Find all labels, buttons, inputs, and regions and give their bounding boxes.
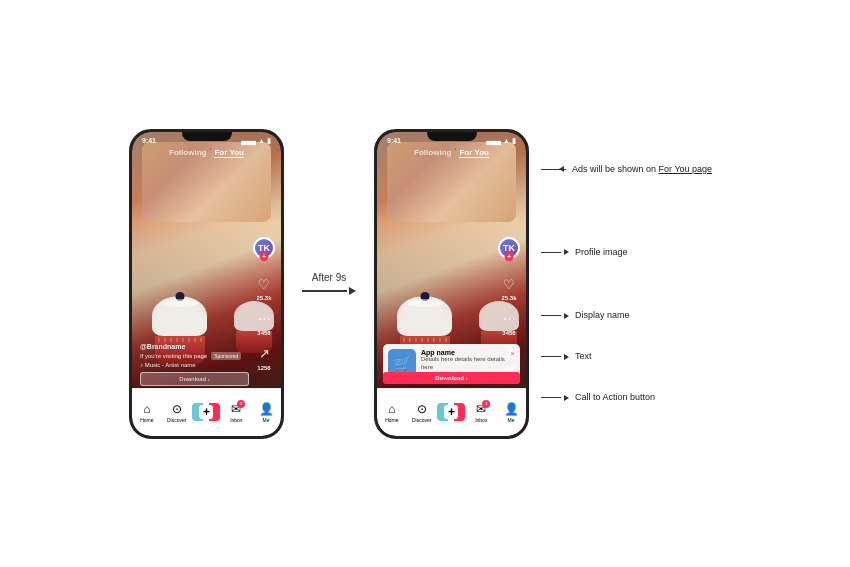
status-icons-left: ▄▄▄ ▲ ▮ (241, 137, 271, 145)
nav-discover-left[interactable]: ⊙ Discover (162, 402, 192, 423)
like-count-right: 25.3k (499, 295, 519, 301)
discover-icon-left: ⊙ (172, 402, 182, 416)
battery-icon-left: ▮ (267, 137, 271, 145)
comment-count-right: 3456 (502, 330, 515, 336)
like-count-left: 25.3k (254, 295, 274, 301)
like-icon-left[interactable]: ♡ (254, 275, 274, 295)
cupcake-frosting (152, 296, 207, 336)
annotation-text-text: Text (575, 351, 592, 363)
cta-area-right: Download › (383, 368, 520, 384)
share-count-left: 1256 (257, 365, 270, 371)
home-icon-right: ⌂ (388, 402, 395, 416)
caption-text-left: If you're visiting this page (140, 353, 207, 359)
arrow-line (302, 287, 356, 295)
comment-icon-right[interactable]: ⋯ (499, 309, 519, 329)
caption-line-left: If you're visiting this page Sponsored (140, 352, 249, 360)
profile-btn-left[interactable]: TK + (253, 237, 275, 259)
bottom-nav-left: ⌂ Home ⊙ Discover ✉2 Inbox 👤 Me (132, 388, 281, 436)
annotation-profile-image: Profile image (541, 247, 721, 259)
notch-right (427, 132, 477, 141)
action-buttons-left: TK + ♡ 25.3k ⋯ 3456 ↗ 1256 (253, 237, 275, 371)
annotation-ads-placement: Ads will be shown on For You page (541, 164, 721, 176)
arrow-head (349, 287, 356, 295)
nav-discover-right[interactable]: ⊙ Discover (407, 402, 437, 423)
inbox-badge-left: 2 (237, 400, 245, 408)
berry-left (175, 292, 184, 301)
ann-arrowhead-2 (564, 249, 569, 255)
nav-me-left[interactable]: 👤 Me (251, 402, 281, 423)
nav-home-left[interactable]: ⌂ Home (132, 402, 162, 423)
brand-name-left: @Brandname (140, 343, 249, 350)
share-icon-left[interactable]: ↗ (254, 344, 274, 364)
annotation-text-ads: Ads will be shown on For You page (572, 164, 712, 176)
wifi-icon-left: ▲ (258, 137, 265, 144)
notch-left (182, 132, 232, 141)
signal-icon-right: ▄▄▄ (486, 137, 501, 144)
status-time-right: 9:41 (387, 137, 401, 144)
berry-right (420, 292, 429, 301)
ann-arrowhead-5 (564, 395, 569, 401)
home-icon-left: ⌂ (143, 402, 150, 416)
music-text-left: ♪ Music - Artist name (140, 362, 196, 368)
arrow-section: After 9s (284, 272, 374, 295)
me-icon-left: 👤 (259, 402, 274, 416)
annotation-cta: Call to Action button (541, 392, 721, 404)
ann-arrowhead-3 (564, 313, 569, 319)
sponsored-badge-left: Sponsored (211, 352, 241, 360)
left-phone: 9:41 ▄▄▄ ▲ ▮ Following For You TK + ♡ (129, 129, 284, 439)
ann-arrow-1 (541, 169, 566, 170)
ann-line-4 (541, 354, 569, 360)
ann-line-1 (541, 169, 566, 170)
me-icon-right: 👤 (504, 402, 519, 416)
cta-button-left[interactable]: Download › (140, 372, 249, 386)
profile-btn-right[interactable]: TK + (498, 237, 520, 259)
nav-add-right[interactable] (437, 403, 467, 421)
comment-count-left: 3456 (257, 330, 270, 336)
ann-arrow-line-2 (541, 252, 561, 253)
share-group-left: ↗ 1256 (254, 344, 274, 371)
inbox-icon-right: ✉2 (476, 402, 486, 416)
ann-line-2 (541, 249, 569, 255)
plus-badge-right: + (505, 252, 514, 261)
bottom-nav-right: ⌂ Home ⊙ Discover ✉2 Inbox 👤 Me (377, 388, 526, 436)
add-button-right[interactable] (437, 403, 465, 421)
nav-me-right[interactable]: 👤 Me (496, 402, 526, 423)
status-icons-right: ▄▄▄ ▲ ▮ (486, 137, 516, 145)
discover-icon-right: ⊙ (417, 402, 427, 416)
like-icon-right[interactable]: ♡ (499, 275, 519, 295)
app-ad-name: App name (421, 349, 505, 356)
left-phone-inner: 9:41 ▄▄▄ ▲ ▮ Following For You TK + ♡ (132, 132, 281, 436)
cupcake-frosting-right (397, 296, 452, 336)
status-time-left: 9:41 (142, 137, 156, 144)
annotations-panel: Ads will be shown on For You page Profil… (541, 154, 721, 414)
app-ad-close-button[interactable]: × (510, 349, 515, 358)
cta-button-right[interactable]: Download › (383, 372, 520, 384)
like-group-right: ♡ 25.3k (499, 275, 519, 301)
arrow-label: After 9s (312, 272, 346, 283)
bottom-info-left: @Brandname If you're visiting this page … (140, 343, 249, 386)
arrow-body (302, 290, 347, 292)
nav-inbox-left[interactable]: ✉2 Inbox (221, 402, 251, 423)
annotation-text-profile: Profile image (575, 247, 628, 259)
nav-add-left[interactable] (192, 403, 222, 421)
ann-arrow-line-4 (541, 356, 561, 357)
battery-icon-right: ▮ (512, 137, 516, 145)
right-phone-inner: 9:41 ▄▄▄ ▲ ▮ Following For You TK + ♡ (377, 132, 526, 436)
annotation-text-label: Text (541, 351, 721, 363)
add-button-left[interactable] (192, 403, 220, 421)
plus-badge-left: + (260, 252, 269, 261)
nav-inbox-right[interactable]: ✉2 Inbox (466, 402, 496, 423)
right-phone: 9:41 ▄▄▄ ▲ ▮ Following For You TK + ♡ (374, 129, 529, 439)
comment-icon-left[interactable]: ⋯ (254, 309, 274, 329)
nav-home-right[interactable]: ⌂ Home (377, 402, 407, 423)
inbox-icon-left: ✉2 (231, 402, 241, 416)
like-group-left: ♡ 25.3k (254, 275, 274, 301)
ann-arrow-line-1 (541, 169, 561, 170)
ann-arrowhead-4 (564, 354, 569, 360)
inbox-badge-right: 2 (482, 400, 490, 408)
comment-group-right: ⋯ 3456 (499, 309, 519, 336)
wifi-icon-right: ▲ (503, 137, 510, 144)
annotation-text-cta: Call to Action button (575, 392, 655, 404)
music-line-left: ♪ Music - Artist name (140, 362, 249, 368)
ann-line-5 (541, 395, 569, 401)
